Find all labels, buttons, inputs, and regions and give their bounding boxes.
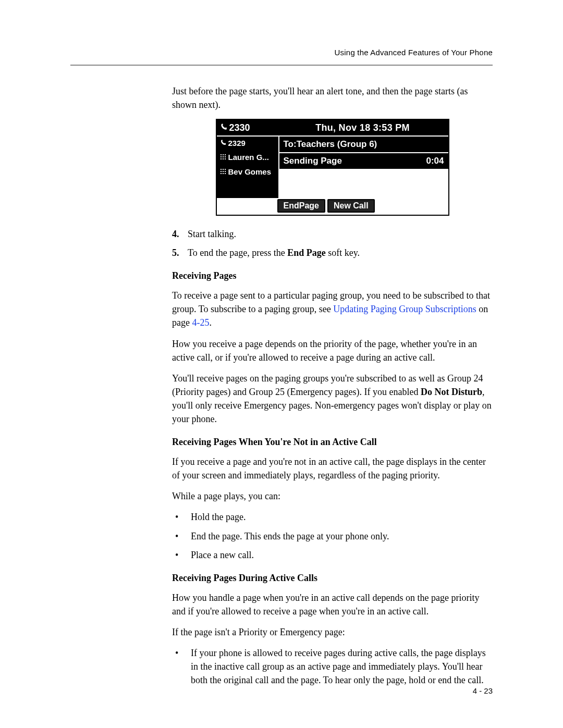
step-text: Start talking. — [188, 227, 493, 241]
softkey-name: End Page — [287, 248, 326, 258]
bullet-icon: • — [172, 510, 191, 524]
svg-rect-1 — [223, 154, 224, 155]
svg-rect-12 — [221, 171, 222, 172]
phone-body: 2329 Lauren G... Bev Gomes — [217, 135, 448, 198]
header-rule — [70, 65, 493, 66]
handset-icon — [220, 121, 227, 134]
svg-rect-3 — [221, 156, 222, 157]
list-text: Place a new call. — [191, 548, 493, 562]
phone-to-line: To:Teachers (Group 6) — [279, 135, 448, 153]
feature-name: Do Not Disturb — [421, 387, 482, 397]
page-number: 4 - 23 — [473, 685, 493, 697]
phone-screenshot: 2330 Thu, Nov 18 3:53 PM 2329 — [216, 119, 449, 216]
list-item: • End the page. This ends the page at yo… — [172, 529, 493, 543]
content-column: Just before the page starts, you'll hear… — [172, 84, 493, 687]
contacts-icon — [220, 166, 226, 178]
svg-rect-13 — [223, 171, 224, 172]
svg-rect-17 — [225, 173, 226, 174]
phone-titlebar: 2330 Thu, Nov 18 3:53 PM — [217, 120, 448, 135]
paragraph: You'll receive pages on the paging group… — [172, 372, 493, 426]
running-header: Using the Advanced Features of Your Phon… — [70, 47, 493, 58]
bullet-icon: • — [172, 646, 191, 687]
svg-rect-15 — [221, 173, 222, 174]
svg-rect-10 — [223, 169, 224, 170]
list-text: If your phone is allowed to receive page… — [191, 646, 493, 687]
phone-datetime: Thu, Nov 18 3:53 PM — [277, 121, 448, 134]
phone-line-label: Bev Gomes — [228, 166, 272, 178]
phone-ext-top: 2330 — [217, 121, 277, 134]
phone-line-item: Bev Gomes — [217, 165, 278, 179]
paragraph: If you receive a page and you're not in … — [172, 455, 493, 482]
svg-rect-2 — [225, 154, 226, 155]
list-item: • Place a new call. — [172, 548, 493, 562]
svg-rect-8 — [225, 158, 226, 159]
heading-during-active-calls: Receiving Pages During Active Calls — [172, 571, 493, 585]
text: soft key. — [326, 248, 360, 258]
text: . — [209, 317, 212, 328]
paragraph: To receive a page sent to a particular p… — [172, 289, 493, 329]
softkey-endpage[interactable]: EndPage — [277, 199, 325, 213]
list-item: • If your phone is allowed to receive pa… — [172, 646, 493, 687]
heading-not-active-call: Receiving Pages When You're Not in an Ac… — [172, 435, 493, 449]
svg-rect-7 — [223, 158, 224, 159]
text: To end the page, press the — [188, 248, 287, 258]
document-page: Using the Advanced Features of Your Phon… — [0, 0, 563, 728]
svg-rect-5 — [225, 156, 226, 157]
phone-ext-top-label: 2330 — [229, 121, 250, 134]
phone-line-label: Lauren G... — [228, 152, 269, 163]
svg-rect-4 — [223, 156, 224, 157]
svg-rect-6 — [221, 158, 222, 159]
contacts-icon — [220, 152, 226, 163]
phone-status-line: Sending Page 0:04 — [279, 153, 448, 169]
phone-status-time: 0:04 — [426, 153, 444, 169]
link-updating-subscriptions[interactable]: Updating Paging Group Subscriptions — [333, 304, 476, 314]
link-page-ref[interactable]: 4-25 — [192, 317, 209, 328]
paragraph: How you handle a page when you're in an … — [172, 591, 493, 618]
list-text: Hold the page. — [191, 510, 493, 524]
phone-blank-area — [279, 169, 448, 198]
phone-status-label: Sending Page — [284, 153, 342, 169]
svg-rect-11 — [225, 169, 226, 170]
phone-softkey-row: EndPage New Call — [274, 198, 448, 215]
step-text: To end the page, press the End Page soft… — [188, 246, 493, 260]
svg-rect-0 — [221, 154, 222, 155]
step-5: 5. To end the page, press the End Page s… — [172, 246, 493, 260]
step-marker: 5. — [172, 246, 188, 260]
phone-line-item: 2329 — [217, 135, 278, 150]
step-4: 4. Start talking. — [172, 227, 493, 241]
bullet-icon: • — [172, 529, 191, 543]
phone-line-list: 2329 Lauren G... Bev Gomes — [217, 135, 279, 198]
list-text: End the page. This ends the page at your… — [191, 529, 493, 543]
intro-paragraph: Just before the page starts, you'll hear… — [172, 84, 493, 112]
phone-line-label: 2329 — [228, 138, 246, 149]
softkey-newcall[interactable]: New Call — [327, 199, 375, 213]
bullet-icon: • — [172, 548, 191, 562]
phone-main: To:Teachers (Group 6) Sending Page 0:04 — [279, 135, 448, 198]
svg-rect-14 — [225, 171, 226, 172]
phone-line-item: Lauren G... — [217, 150, 278, 165]
paragraph: If the page isn't a Priority or Emergenc… — [172, 625, 493, 639]
paragraph: How you receive a page depends on the pr… — [172, 337, 493, 364]
step-marker: 4. — [172, 227, 188, 241]
heading-receiving-pages: Receiving Pages — [172, 269, 493, 282]
paragraph: While a page plays, you can: — [172, 489, 493, 503]
list-item: • Hold the page. — [172, 510, 493, 524]
handset-icon — [220, 138, 226, 149]
svg-rect-9 — [221, 169, 222, 170]
svg-rect-16 — [223, 173, 224, 174]
